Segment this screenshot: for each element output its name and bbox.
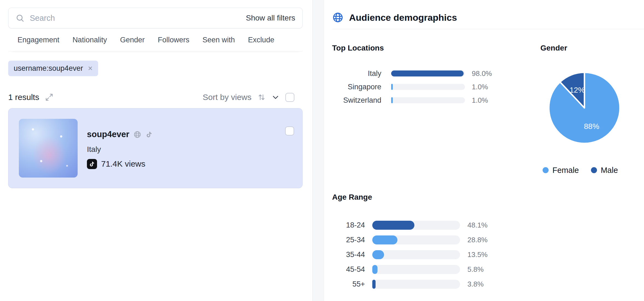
age-label: 18-24 <box>332 221 365 229</box>
select-all-checkbox[interactable] <box>285 93 294 102</box>
demographics-title: Audience demographics <box>349 12 457 23</box>
filter-tab-seen-with[interactable]: Seen with <box>203 36 235 44</box>
location-bar-fill <box>391 84 393 90</box>
age-bar-track <box>372 265 460 274</box>
demographics-top-row: Top Locations Italy 98.0% Singapore <box>332 43 644 175</box>
age-label: 25-34 <box>332 236 365 244</box>
location-bar-track <box>391 97 465 103</box>
age-value: 13.5% <box>467 250 488 259</box>
tiktok-badge-icon <box>87 159 97 169</box>
globe-icon <box>133 131 141 138</box>
audience-demographics-panel: Audience demographics Top Locations Ital… <box>324 0 644 301</box>
location-value: 1.0% <box>472 96 488 105</box>
age-row: 18-24 48.1% <box>332 219 644 231</box>
age-range-section: Age Range 18-24 48.1% 25-34 28.8% <box>332 193 644 290</box>
result-card-body: soup4ever Italy 71.4K views <box>87 119 153 178</box>
location-label: Italy <box>332 69 381 78</box>
legend-label-male: Male <box>601 166 618 175</box>
filter-tab-gender[interactable]: Gender <box>120 36 145 44</box>
location-value: 98.0% <box>472 69 492 78</box>
location-row: Italy 98.0% <box>332 69 523 78</box>
age-bar-fill <box>372 221 414 230</box>
tiktok-icon <box>145 131 153 138</box>
results-count: 1 results <box>8 93 39 102</box>
age-bar-fill <box>372 265 377 274</box>
location-label: Switzerland <box>332 96 381 105</box>
top-locations-heading: Top Locations <box>332 43 523 53</box>
location-bar-track <box>391 70 465 76</box>
gender-legend: Female Male <box>543 165 644 175</box>
globe-accent-icon <box>332 12 344 23</box>
top-locations-chart: Italy 98.0% Singapore 1.0% <box>332 69 523 105</box>
age-bar-fill <box>372 250 384 259</box>
filter-tab-engagement[interactable]: Engagement <box>17 36 59 44</box>
filter-tab-followers[interactable]: Followers <box>158 36 189 44</box>
filter-chip-label: username:soup4ever <box>14 64 83 73</box>
sort-by-views-label[interactable]: Sort by views <box>203 93 251 102</box>
search-icon <box>16 14 24 22</box>
age-bar-track <box>372 280 460 289</box>
chevron-down-icon[interactable] <box>272 93 279 101</box>
result-username: soup4ever <box>87 129 129 139</box>
search-bar[interactable]: Show all filters <box>8 8 303 28</box>
age-bar-track <box>372 235 460 244</box>
legend-item-female: Female <box>543 166 579 175</box>
section-divider <box>332 29 644 29</box>
chip-remove-icon[interactable]: × <box>88 64 93 72</box>
age-value: 48.1% <box>467 221 488 229</box>
age-value: 3.8% <box>467 280 484 288</box>
top-locations-section: Top Locations Italy 98.0% Singapore <box>332 43 523 175</box>
result-views: 71.4K views <box>101 159 145 169</box>
age-range-heading: Age Range <box>332 193 644 202</box>
pie-slice-label: 88% <box>584 122 599 131</box>
results-toolbar: 1 results Sort by views <box>8 92 303 103</box>
show-all-filters-link[interactable]: Show all filters <box>246 14 295 22</box>
sort-arrows-icon[interactable] <box>257 93 266 101</box>
location-bar-fill <box>391 70 464 76</box>
location-bar-fill <box>391 97 393 103</box>
pie-slice-label: 12% <box>570 86 585 94</box>
search-input[interactable] <box>30 14 240 23</box>
result-avatar <box>19 119 78 178</box>
demographics-header: Audience demographics <box>332 11 644 23</box>
result-location: Italy <box>87 145 153 154</box>
result-checkbox[interactable] <box>285 126 294 135</box>
age-row: 25-34 28.8% <box>332 234 644 246</box>
filter-block: Show all filters Engagement Nationality … <box>8 8 303 51</box>
location-value: 1.0% <box>472 83 488 91</box>
result-views-row: 71.4K views <box>87 158 153 169</box>
result-name-row: soup4ever <box>87 129 153 140</box>
age-bar-fill <box>372 235 397 244</box>
expand-icon[interactable] <box>45 93 53 101</box>
female-dot-icon <box>543 167 549 173</box>
filter-chip-username[interactable]: username:soup4ever × <box>8 61 98 76</box>
age-row: 35-44 13.5% <box>332 249 644 260</box>
legend-item-male: Male <box>591 166 618 175</box>
location-bar-track <box>391 84 465 90</box>
search-results-panel: Show all filters Engagement Nationality … <box>0 0 312 301</box>
filter-tab-exclude[interactable]: Exclude <box>248 36 274 44</box>
active-filters-row: username:soup4ever × <box>8 61 303 76</box>
gender-heading: Gender <box>540 43 644 53</box>
filter-tabs: Engagement Nationality Gender Followers … <box>8 28 303 51</box>
result-card[interactable]: soup4ever Italy 71.4K views <box>8 108 303 188</box>
age-value: 28.8% <box>467 236 488 244</box>
gender-section: Gender 88%12% Female Male <box>540 43 644 175</box>
legend-label-female: Female <box>552 166 579 175</box>
age-label: 55+ <box>332 280 365 288</box>
filter-tab-nationality[interactable]: Nationality <box>72 36 107 44</box>
age-range-chart: 18-24 48.1% 25-34 28.8% 35-44 <box>332 219 644 290</box>
location-row: Singapore 1.0% <box>332 82 523 92</box>
age-label: 35-44 <box>332 250 365 259</box>
age-bar-track <box>372 250 460 259</box>
panel-divider <box>312 0 324 301</box>
gender-pie-chart: 88%12% <box>546 70 623 146</box>
age-bar-track <box>372 221 460 230</box>
location-row: Switzerland 1.0% <box>332 95 523 105</box>
app-root: Show all filters Engagement Nationality … <box>0 0 644 301</box>
male-dot-icon <box>591 167 597 173</box>
age-row: 45-54 5.8% <box>332 264 644 275</box>
age-value: 5.8% <box>467 265 484 274</box>
age-row: 55+ 3.8% <box>332 278 644 290</box>
location-label: Singapore <box>332 83 381 91</box>
